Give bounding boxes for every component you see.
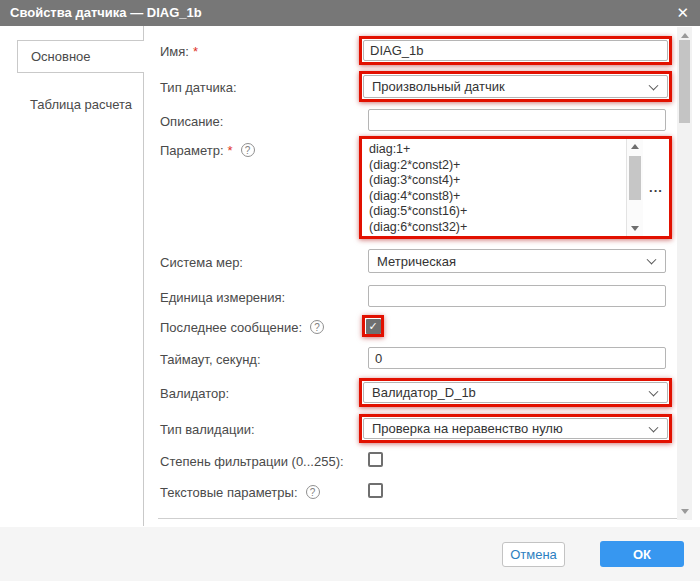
parameter-more-button[interactable]: ... (643, 139, 669, 236)
last-message-label: Последнее сообщение: ? (160, 319, 324, 335)
ok-button[interactable]: ОК (600, 541, 684, 567)
annotation-name (359, 36, 672, 65)
scroll-up-icon[interactable] (631, 144, 639, 149)
unit-input[interactable] (368, 285, 666, 307)
annotation-validator: Валидатор_D_1b (359, 378, 672, 407)
sensor-type-select[interactable]: Произвольный датчик (363, 75, 668, 98)
dialog-scrollbar[interactable] (677, 27, 692, 520)
scroll-up-icon[interactable] (681, 33, 689, 38)
parameter-line: diag:1+ (369, 142, 626, 158)
measure-system-label: Система мер: (160, 254, 243, 270)
text-params-checkbox[interactable] (368, 483, 383, 498)
scrollbar-thumb[interactable] (679, 40, 690, 123)
title-bar: Свойства датчика — DIAG_1b ✕ (0, 0, 700, 26)
dialog-footer: Отмена ОК (0, 527, 700, 581)
tab-calculation-table-label: Таблица расчета (30, 97, 132, 112)
parameter-scrollbar[interactable] (626, 139, 643, 236)
parameter-line: (diag:6*const32)+ (369, 220, 626, 236)
chevron-down-icon (649, 80, 659, 90)
measure-system-select-wrap: Метрическая (368, 249, 666, 273)
text-params-label: Текстовые параметры: ? (160, 484, 320, 500)
annotation-sensor-type: Произвольный датчик (359, 71, 672, 102)
validator-label: Валидатор: (160, 385, 229, 401)
chevron-down-icon (649, 422, 659, 432)
scrollbar-thumb[interactable] (629, 156, 641, 200)
help-icon[interactable]: ? (310, 320, 324, 334)
scroll-down-icon[interactable] (631, 226, 639, 231)
name-input[interactable] (363, 40, 668, 61)
cancel-button[interactable]: Отмена (502, 542, 565, 567)
name-label: Имя: * (160, 43, 198, 59)
annotation-last-message: ✓ (362, 315, 384, 337)
annotation-parameter: diag:1+ (diag:2*const2)+ (diag:3*const4)… (359, 136, 672, 239)
timeout-input[interactable] (368, 347, 666, 369)
annotation-validation-type: Проверка на неравенство нулю (359, 414, 672, 443)
tab-main[interactable]: Основное (17, 40, 144, 73)
help-icon[interactable]: ? (241, 143, 255, 157)
validation-type-select[interactable]: Проверка на неравенство нулю (363, 418, 668, 439)
tab-separator-bottom (143, 73, 144, 526)
chevron-down-icon (647, 255, 657, 265)
form-bottom-border (158, 518, 690, 519)
parameter-line: (diag:5*const16)+ (369, 204, 626, 220)
unit-label: Единица измерения: (160, 289, 285, 305)
validation-type-label: Тип валидации: (160, 421, 255, 437)
filtration-checkbox[interactable] (368, 452, 383, 467)
parameter-textarea[interactable]: diag:1+ (diag:2*const2)+ (diag:3*const4)… (362, 139, 626, 236)
sensor-properties-dialog: Свойства датчика — DIAG_1b ✕ Основное Та… (0, 0, 700, 581)
close-icon[interactable]: ✕ (676, 0, 689, 26)
tab-main-label: Основное (31, 49, 91, 64)
required-asterisk: * (228, 143, 233, 158)
required-asterisk: * (193, 44, 198, 59)
description-input[interactable] (368, 109, 666, 131)
chevron-down-icon (649, 386, 659, 396)
tab-calculation-table[interactable]: Таблица расчета (18, 90, 143, 118)
last-message-checkbox[interactable]: ✓ (366, 319, 381, 334)
parameter-line: (diag:3*const4)+ (369, 173, 626, 189)
filtration-label: Степень фильтрации (0...255): (160, 453, 344, 469)
scroll-down-icon[interactable] (681, 509, 689, 514)
tab-separator-top (143, 26, 144, 40)
timeout-label: Таймаут, секунд: (160, 351, 261, 367)
parameter-label: Параметр: * ? (160, 142, 255, 158)
validator-select[interactable]: Валидатор_D_1b (363, 382, 668, 403)
parameter-line: (diag:4*const8)+ (369, 189, 626, 205)
description-label: Описание: (160, 113, 223, 129)
measure-system-select[interactable]: Метрическая (368, 249, 666, 273)
sensor-type-label: Тип датчика: (160, 79, 237, 95)
help-icon[interactable]: ? (306, 485, 320, 499)
dialog-title: Свойства датчика — DIAG_1b (10, 0, 202, 26)
parameter-line: (diag:2*const2)+ (369, 158, 626, 174)
